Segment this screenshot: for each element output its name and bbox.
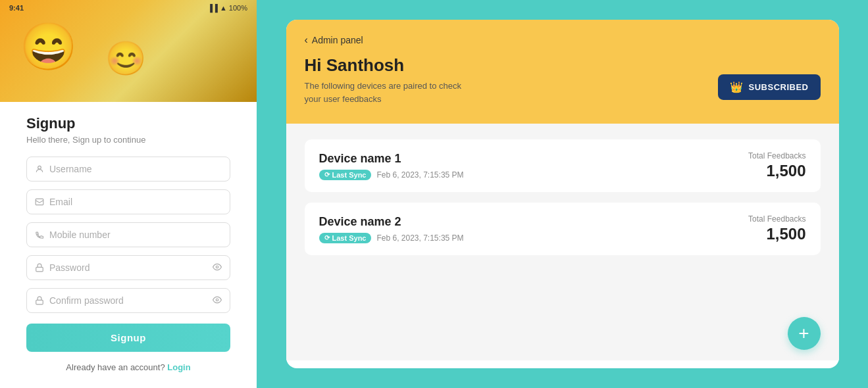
status-time: 9:41 [9, 4, 24, 12]
left-panel: 9:41 ▐▐ ▲ 100% 😄 😊 Signup Hello there, S… [0, 0, 257, 388]
device-info-1: Device name 1 ⟳ Last Sync Feb 6, 2023, 7… [319, 152, 464, 180]
confirm-eye-icon[interactable] [213, 295, 222, 306]
admin-header: ‹ Admin panel Hi Santhosh The following … [286, 20, 839, 124]
login-prompt: Already have an account? Login [26, 362, 230, 372]
admin-panel-label: Admin panel [312, 35, 363, 45]
device-name-1: Device name 1 [319, 152, 464, 166]
device-sync-row-2: ⟳ Last Sync Feb 6, 2023, 7:15:35 PM [319, 233, 464, 243]
admin-back-button[interactable]: ‹ Admin panel [305, 34, 821, 46]
device-card-1: Device name 1 ⟳ Last Sync Feb 6, 2023, 7… [305, 139, 821, 192]
sync-badge-1: ⟳ Last Sync [319, 170, 372, 180]
crown-icon: 👑 [730, 81, 744, 93]
device-name-2: Device name 2 [319, 215, 464, 229]
subscribed-button[interactable]: 👑 SUBSCRIBED [718, 74, 820, 100]
password-field-container [26, 255, 230, 280]
email-icon [35, 197, 44, 206]
emoji-decoration-1: 😄 [20, 20, 77, 74]
device-card-2: Device name 2 ⟳ Last Sync Feb 6, 2023, 7… [305, 203, 821, 255]
right-panel: ‹ Admin panel Hi Santhosh The following … [257, 0, 868, 388]
signup-title: Signup [26, 115, 230, 132]
confirm-password-field-container [26, 288, 230, 313]
admin-card: ‹ Admin panel Hi Santhosh The following … [286, 20, 839, 368]
username-input[interactable] [49, 164, 222, 174]
device-sync-row-1: ⟳ Last Sync Feb 6, 2023, 7:15:35 PM [319, 170, 464, 180]
sync-icon-1: ⟳ [324, 171, 330, 178]
feedbacks-label-1: Total Feedbacks [748, 151, 805, 160]
sync-badge-2: ⟳ Last Sync [319, 233, 372, 243]
admin-body: Device name 1 ⟳ Last Sync Feb 6, 2023, 7… [286, 124, 839, 360]
email-input[interactable] [49, 197, 222, 207]
email-field-container [26, 189, 230, 214]
svg-rect-4 [36, 300, 43, 304]
signup-subtitle: Hello there, Sign up to continue [26, 135, 230, 145]
username-field-container [26, 157, 230, 182]
signup-form-container: Signup Hello there, Sign up to continue [0, 102, 257, 388]
login-prompt-text: Already have an account? [66, 362, 165, 372]
password-input[interactable] [49, 262, 222, 273]
emoji-decoration-2: 😊 [105, 39, 146, 78]
device-feedbacks-2: Total Feedbacks 1,500 [748, 214, 805, 243]
admin-greeting: Hi Santhosh [305, 55, 821, 76]
mobile-input[interactable] [49, 230, 222, 240]
svg-point-0 [38, 166, 41, 169]
phone-icon [35, 230, 44, 239]
back-arrow-icon: ‹ [305, 34, 308, 46]
feedbacks-label-2: Total Feedbacks [748, 214, 805, 224]
svg-point-3 [216, 266, 218, 268]
status-bar: ▐▐ ▲ 100% [207, 4, 247, 12]
confirm-password-input[interactable] [49, 295, 222, 306]
device-feedbacks-1: Total Feedbacks 1,500 [748, 151, 805, 180]
password-eye-icon[interactable] [213, 262, 222, 274]
svg-point-5 [216, 299, 218, 301]
sync-date-2: Feb 6, 2023, 7:15:35 PM [376, 233, 463, 243]
subscribed-label: SUBSCRIBED [749, 82, 809, 92]
lock-icon-password [35, 263, 44, 272]
feedbacks-count-2: 1,500 [748, 225, 805, 243]
sync-label-2: Last Sync [332, 234, 367, 242]
login-link[interactable]: Login [167, 362, 190, 372]
feedbacks-count-1: 1,500 [748, 162, 805, 180]
sync-label-1: Last Sync [332, 171, 367, 179]
lock-icon-confirm [35, 296, 44, 305]
device-info-2: Device name 2 ⟳ Last Sync Feb 6, 2023, 7… [319, 215, 464, 243]
svg-rect-1 [36, 199, 43, 205]
signup-button[interactable]: Signup [26, 324, 230, 352]
sync-date-1: Feb 6, 2023, 7:15:35 PM [376, 170, 463, 180]
mobile-field-container [26, 222, 230, 247]
hero-image: 9:41 ▐▐ ▲ 100% 😄 😊 [0, 0, 257, 102]
svg-rect-2 [36, 267, 43, 271]
fab-add-button[interactable]: + [788, 317, 821, 350]
user-icon [35, 164, 44, 174]
sync-icon-2: ⟳ [324, 234, 330, 241]
